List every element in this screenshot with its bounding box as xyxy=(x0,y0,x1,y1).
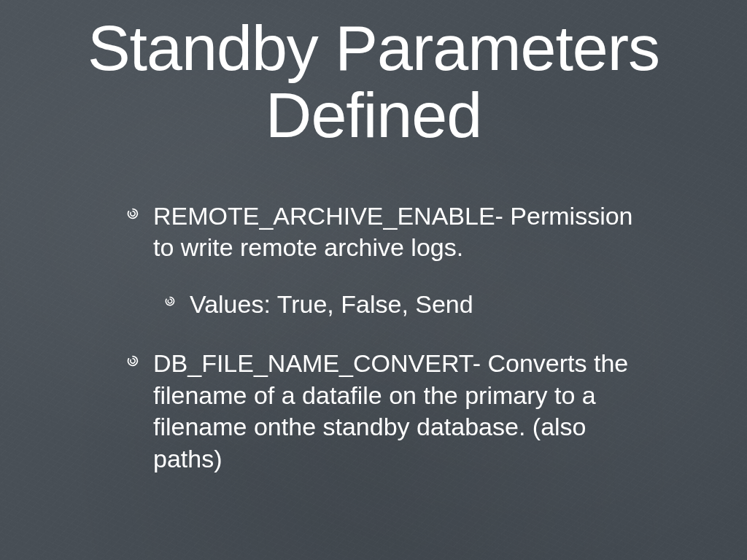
slide-title: Standby Parameters Defined xyxy=(58,15,689,149)
slide-content: REMOTE_ARCHIVE_ENABLE- Permission to wri… xyxy=(58,201,689,475)
list-item-text: DB_FILE_NAME_CONVERT- Converts the filen… xyxy=(153,348,645,475)
swirl-bullet-icon xyxy=(165,296,175,306)
swirl-bullet-icon xyxy=(127,208,139,219)
list-item-text: REMOTE_ARCHIVE_ENABLE- Permission to wri… xyxy=(153,201,645,264)
slide: Standby Parameters Defined REMOTE_ARCHIV… xyxy=(0,0,747,560)
list-item: DB_FILE_NAME_CONVERT- Converts the filen… xyxy=(153,348,645,475)
list-item: REMOTE_ARCHIVE_ENABLE- Permission to wri… xyxy=(153,201,645,321)
swirl-bullet-icon xyxy=(127,355,139,367)
list-sub-item-text: Values: True, False, Send xyxy=(190,289,645,321)
list-sub-item: Values: True, False, Send xyxy=(190,289,645,321)
